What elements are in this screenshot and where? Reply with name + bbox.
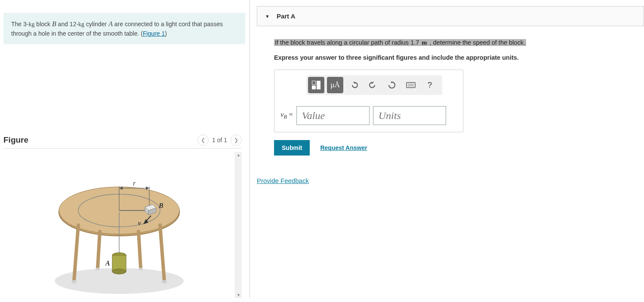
figure-nav: ❮ 1 of 1 ❯ <box>197 134 242 146</box>
label-A: A <box>105 259 110 267</box>
svg-point-20 <box>162 280 167 284</box>
units-symbols-button[interactable]: µÅ <box>327 77 343 93</box>
help-button[interactable]: ? <box>422 77 438 93</box>
svg-point-26 <box>112 269 126 274</box>
value-input[interactable] <box>296 106 370 125</box>
variable-label: vB = <box>280 110 293 120</box>
text: and 12- <box>56 21 78 27</box>
svg-line-17 <box>98 232 100 268</box>
label-B: B <box>158 202 163 209</box>
figure-next-button[interactable]: ❯ <box>231 134 242 146</box>
part-a-header[interactable]: ▼ Part A <box>257 6 644 26</box>
undo-button[interactable] <box>346 77 362 93</box>
request-answer-link[interactable]: Request Answer <box>320 144 367 151</box>
templates-button[interactable] <box>308 77 324 93</box>
scroll-down-icon[interactable]: ▼ <box>237 293 240 297</box>
keyboard-button[interactable] <box>403 77 419 93</box>
question-prompt: If the block travels along a circular pa… <box>274 39 644 46</box>
collapse-icon: ▼ <box>265 14 270 19</box>
reset-button[interactable] <box>384 77 400 93</box>
figure-link[interactable]: Figure 1 <box>143 30 165 37</box>
figure-scrollbar[interactable]: ▲ ▼ <box>235 152 242 298</box>
action-row: Submit Request Answer <box>274 140 644 156</box>
text: kg <box>78 21 84 27</box>
redo-button[interactable] <box>365 77 381 93</box>
text: block <box>34 21 52 27</box>
svg-point-21 <box>96 268 100 270</box>
part-a-title: Part A <box>277 12 296 20</box>
text: ) <box>165 30 167 37</box>
submit-button[interactable]: Submit <box>274 140 310 156</box>
label-v: v <box>138 220 141 226</box>
svg-marker-9 <box>146 186 149 190</box>
answer-block: µÅ ? vB = <box>274 70 463 132</box>
svg-line-18 <box>139 232 141 268</box>
figure-area: r B v <box>3 152 242 298</box>
templates-icon <box>312 81 320 89</box>
text: cylinder <box>84 21 108 27</box>
answer-instruction: Express your answer to three significant… <box>274 54 644 61</box>
provide-feedback-link[interactable]: Provide Feedback <box>257 177 309 184</box>
figure-prev-button[interactable]: ❮ <box>197 134 209 146</box>
var-B: B <box>52 20 56 27</box>
answer-row: vB = <box>280 106 457 125</box>
figure-header: Figure ❮ 1 of 1 ❯ <box>3 134 242 149</box>
scroll-up-icon[interactable]: ▲ <box>237 153 240 157</box>
svg-rect-30 <box>407 82 415 88</box>
figure-counter: 1 of 1 <box>212 137 227 143</box>
text: The 3- <box>11 21 28 27</box>
svg-point-22 <box>139 268 143 270</box>
units-input[interactable] <box>373 106 446 125</box>
label-r: r <box>133 180 136 187</box>
problem-statement: The 3-kg block B and 12-kg cylinder A ar… <box>3 13 245 44</box>
figure-title: Figure <box>3 135 28 145</box>
text: kg <box>28 21 34 27</box>
svg-point-19 <box>71 280 77 284</box>
figure-image: r B v <box>3 152 235 298</box>
answer-toolbar: µÅ ? <box>306 75 442 95</box>
var-A: A <box>108 20 113 27</box>
